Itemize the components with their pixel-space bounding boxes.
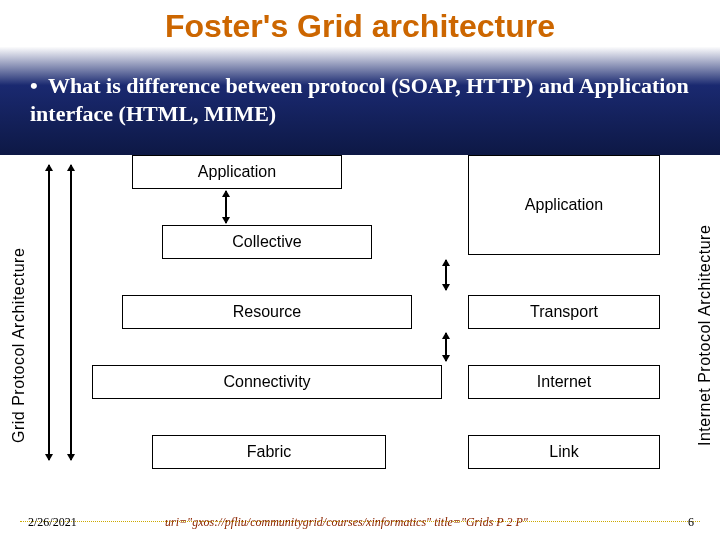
footer-uri: uri="gxos://pfliu/communitygrid/courses/…: [165, 515, 528, 530]
right-axis-label: Internet Protocol Architecture: [696, 185, 714, 485]
footer-page: 6: [688, 515, 694, 530]
architecture-diagram: Grid Protocol Architecture Internet Prot…: [0, 155, 720, 510]
left-axis-label: Grid Protocol Architecture: [10, 215, 28, 475]
box-link: Link: [468, 435, 660, 469]
arrow-left-1: [48, 165, 50, 460]
arrow-gap-1: [445, 260, 447, 290]
arrow-app-collective: [225, 191, 227, 223]
arrow-gap-2: [445, 333, 447, 361]
arrow-left-2: [70, 165, 72, 460]
box-application: Application: [132, 155, 342, 189]
box-application-ip: Application: [468, 155, 660, 255]
footer: 2/26/2021 uri="gxos://pfliu/communitygri…: [0, 512, 720, 532]
box-resource: Resource: [122, 295, 412, 329]
box-internet: Internet: [468, 365, 660, 399]
box-collective: Collective: [162, 225, 372, 259]
box-transport: Transport: [468, 295, 660, 329]
footer-date: 2/26/2021: [28, 515, 77, 530]
bullet-text: •What is difference between protocol (SO…: [30, 72, 690, 127]
bullet-content: What is difference between protocol (SOA…: [30, 73, 689, 126]
slide-title: Foster's Grid architecture: [0, 8, 720, 45]
box-fabric: Fabric: [152, 435, 386, 469]
box-connectivity: Connectivity: [92, 365, 442, 399]
